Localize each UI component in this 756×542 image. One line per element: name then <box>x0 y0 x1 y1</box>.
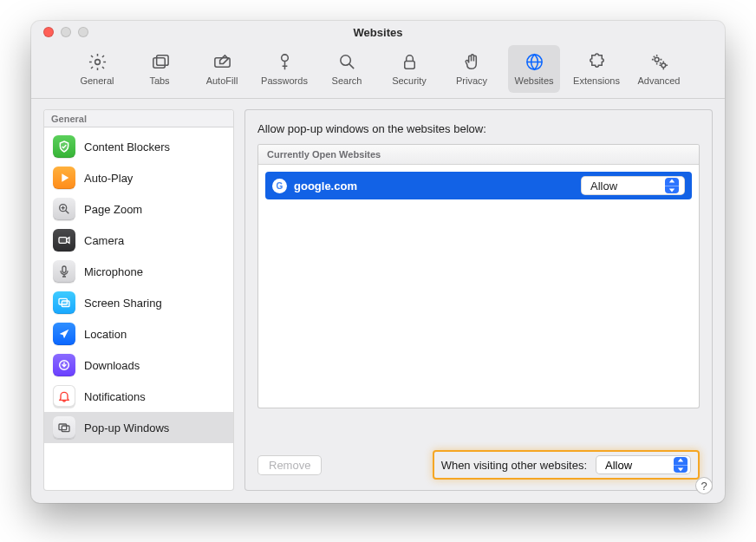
sidebar-item-label: Downloads <box>84 359 140 372</box>
main-heading: Allow pop-up windows on the websites bel… <box>257 122 700 135</box>
sidebar-item-label: Content Blockers <box>84 140 170 153</box>
globe-icon <box>525 52 544 72</box>
hand-icon <box>462 52 482 72</box>
key-icon <box>275 52 295 72</box>
tab-general[interactable]: General <box>71 45 123 93</box>
tab-passwords[interactable]: Passwords <box>258 45 310 93</box>
svg-point-0 <box>94 60 100 65</box>
website-row[interactable]: G google.com Allow <box>265 172 692 199</box>
remove-button[interactable]: Remove <box>257 455 322 475</box>
other-websites-label: When visiting other websites: <box>441 459 587 472</box>
svg-point-4 <box>281 55 288 62</box>
list-body: G google.com Allow <box>258 165 699 206</box>
svg-point-5 <box>340 56 350 66</box>
tab-tabs[interactable]: Tabs <box>134 45 186 93</box>
svg-rect-6 <box>404 62 414 69</box>
preferences-toolbar: General Tabs AutoFill Passwords Search S… <box>31 43 725 99</box>
sidebar-item-content-blockers[interactable]: Content Blockers <box>44 131 233 162</box>
tab-extensions[interactable]: Extensions <box>570 45 622 93</box>
sidebar-list: Content Blockers Auto-Play Page Zoom <box>44 127 233 490</box>
other-websites-select[interactable]: Allow <box>596 455 691 474</box>
sidebar-item-label: Microphone <box>84 265 143 278</box>
sidebar-item-screen-sharing[interactable]: Screen Sharing <box>44 287 233 318</box>
sidebar-item-microphone[interactable]: Microphone <box>44 256 233 287</box>
microphone-icon <box>53 260 75 283</box>
preferences-window: Websites General Tabs AutoFill Passwords… <box>31 21 725 503</box>
sidebar-item-label: Screen Sharing <box>84 297 162 310</box>
settings-sidebar: General Content Blockers Auto-Play <box>43 109 234 491</box>
svg-rect-17 <box>62 426 69 432</box>
svg-rect-16 <box>59 424 67 430</box>
select-stepper-icon <box>665 178 679 193</box>
select-value: Allow <box>605 459 632 472</box>
sidebar-item-label: Auto-Play <box>84 172 133 185</box>
zoom-icon <box>53 198 75 220</box>
bell-icon <box>53 385 75 408</box>
sidebar-header: General <box>44 110 233 127</box>
sidebar-item-label: Notifications <box>84 390 146 403</box>
gear-icon <box>88 52 108 72</box>
help-button[interactable]: ? <box>695 477 713 494</box>
tab-websites[interactable]: Websites <box>508 45 560 93</box>
sidebar-item-notifications[interactable]: Notifications <box>44 381 233 412</box>
website-permission-select[interactable]: Allow <box>581 176 685 195</box>
sidebar-item-popup-windows[interactable]: Pop-up Windows <box>44 412 233 443</box>
location-arrow-icon <box>53 323 75 345</box>
tab-autofill[interactable]: AutoFill <box>196 45 248 93</box>
pencil-box-icon <box>212 52 232 72</box>
svg-point-9 <box>661 63 665 68</box>
svg-rect-11 <box>59 238 67 244</box>
search-icon <box>337 52 357 72</box>
shield-check-icon <box>53 135 75 158</box>
play-icon <box>53 167 75 189</box>
tabs-icon <box>150 52 170 72</box>
svg-rect-12 <box>62 266 66 272</box>
select-stepper-icon <box>674 457 688 473</box>
sidebar-item-downloads[interactable]: Downloads <box>44 349 233 381</box>
sidebar-item-camera[interactable]: Camera <box>44 225 233 256</box>
sidebar-item-label: Page Zoom <box>84 203 142 216</box>
tab-security[interactable]: Security <box>383 45 435 93</box>
select-value: Allow <box>590 180 617 193</box>
tab-search[interactable]: Search <box>321 45 373 93</box>
websites-list: Currently Open Websites G google.com All… <box>257 144 700 408</box>
lock-icon <box>400 52 420 72</box>
sidebar-item-location[interactable]: Location <box>44 318 233 349</box>
svg-point-8 <box>655 57 659 62</box>
screens-icon <box>53 291 75 314</box>
tab-privacy[interactable]: Privacy <box>446 45 498 93</box>
sidebar-item-page-zoom[interactable]: Page Zoom <box>44 193 233 225</box>
gears-icon <box>649 52 669 72</box>
svg-rect-1 <box>153 58 164 69</box>
list-section-header: Currently Open Websites <box>258 145 699 165</box>
titlebar: Websites <box>31 21 725 43</box>
sidebar-item-label: Location <box>84 328 127 341</box>
svg-rect-2 <box>156 56 167 66</box>
sidebar-item-label: Pop-up Windows <box>84 421 169 434</box>
main-panel: Allow pop-up windows on the websites bel… <box>244 109 713 491</box>
puzzle-icon <box>587 52 607 72</box>
website-domain: google.com <box>294 180 357 193</box>
svg-rect-14 <box>62 301 69 307</box>
other-websites-control: When visiting other websites: Allow <box>433 450 700 480</box>
google-favicon: G <box>272 179 287 193</box>
content-area: General Content Blockers Auto-Play <box>31 99 725 503</box>
window-title: Websites <box>31 26 725 39</box>
sidebar-item-auto-play[interactable]: Auto-Play <box>44 162 233 193</box>
tab-advanced[interactable]: Advanced <box>633 45 685 93</box>
sidebar-item-label: Camera <box>84 234 124 247</box>
download-icon <box>53 354 75 376</box>
main-footer: Remove When visiting other websites: All… <box>257 450 700 480</box>
camera-icon <box>53 229 75 251</box>
windows-icon <box>53 416 75 439</box>
